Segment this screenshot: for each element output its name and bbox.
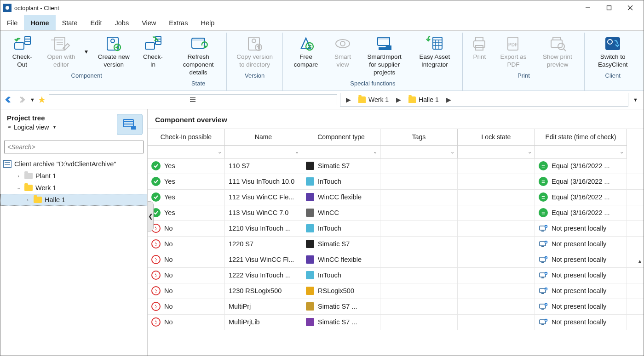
menu-extras[interactable]: Extras [162,15,194,30]
column-header[interactable]: Edit state (time of check) [535,129,627,146]
column-filter[interactable]: ⌄ [302,146,380,158]
table-row[interactable]: No1220 S7Simatic S7Not present locally [148,237,644,252]
column-filter[interactable]: ⌄ [535,146,627,158]
component-type-icon [306,271,314,279]
svg-rect-6 [15,43,24,49]
column-filter[interactable]: ⌄ [148,146,225,158]
svg-rect-60 [541,231,544,232]
svg-point-78 [155,307,156,308]
ribbon-refresh[interactable]: Refresh component details [173,33,224,78]
column-header[interactable]: Name [225,129,302,146]
ribbon-check-out[interactable]: Check-Out [6,33,38,70]
breadcrumb-overflow[interactable]: ▼ [631,97,640,102]
breadcrumb-home[interactable]: ▶ [342,96,355,103]
view-mode-dropdown[interactable]: ▾ [53,124,56,130]
cell-value: 110 S7 [229,162,250,170]
svg-rect-84 [541,324,544,325]
ribbon-easy-asset[interactable]: Easy Asset Integrator [409,33,460,70]
favorite-icon[interactable]: ★ [38,94,46,105]
cell-value: Not present locally [552,271,606,279]
column-header[interactable]: Lock state [458,129,535,146]
ribbon-free-compare[interactable]: Free compare [286,33,326,70]
table-row[interactable]: Yes112 Visu WinCC Fle...WinCC flexible=E… [148,190,644,205]
menu-state[interactable]: State [56,15,84,30]
column-header[interactable]: Tags [380,129,458,146]
minimize-button[interactable] [577,0,598,15]
column-filter[interactable]: ⌄ [458,146,535,158]
menu-file[interactable]: File [0,15,24,30]
table-row[interactable]: NoMultiPrjLibSimatic S7 ...Not present l… [148,315,644,330]
column-filter[interactable]: ⌄ [225,146,302,158]
svg-point-74 [155,292,156,293]
nav-back-button[interactable] [4,95,14,105]
expand-icon[interactable]: › [24,197,31,203]
archive-icon [3,160,12,168]
svg-point-62 [155,245,156,246]
collapse-handle[interactable]: ❮ [148,201,154,232]
chevron-right-icon: ▶ [396,96,401,103]
grid-header: Check-In possibleNameComponent typeTagsL… [148,129,644,146]
nav-forward-button[interactable] [17,95,27,105]
smartimport-icon [374,34,395,53]
tree-label: Client archive "D:\vdClientArchive" [14,160,116,168]
component-type-icon [306,240,314,248]
menu-home[interactable]: Home [24,15,55,30]
table-row[interactable]: No1222 Visu InTouch ...InTouchNot presen… [148,268,644,283]
check-no-icon [151,255,161,264]
table-row[interactable]: Yes113 Visu WinCC 7.0WinCC=Equal (3/16/2… [148,205,644,221]
ribbon-smartimport[interactable]: SmartImport for supplier projects [359,33,409,78]
table-row[interactable]: Yes111 Visu InTouch 10.0InTouch=Equal (3… [148,174,644,190]
breadcrumb-root-button[interactable] [49,94,337,105]
column-header[interactable]: Component type [302,129,380,146]
menu-view[interactable]: View [135,15,162,30]
scroll-up-icon[interactable]: ▲ [637,258,643,265]
folder-icon [24,185,33,191]
maximize-button[interactable] [598,0,620,15]
table-row[interactable]: No1221 Visu WinCC Fl...WinCC flexibleNot… [148,252,644,268]
nav-dropdown[interactable]: ▼ [30,97,35,102]
tree-node[interactable]: ⌄Werk 1 [0,182,147,194]
svg-rect-72 [541,277,544,278]
ribbon-button-label: Create new version [92,53,135,69]
table-row[interactable]: NoMultiPrjSimatic S7 ...Not present loca… [148,299,644,315]
tree-node[interactable]: ›Plant 1 [0,170,147,182]
search-input[interactable] [4,141,144,153]
ribbon-switch-easyclient[interactable]: Switch to EasyClient [587,33,638,70]
check-no-icon [151,239,161,249]
cell-value: Yes [164,178,175,185]
grid-body[interactable]: Yes110 S7Simatic S7=Equal (3/16/2022 ...… [148,158,644,356]
tree-node[interactable]: ›Halle 1 [0,194,147,206]
table-row[interactable]: No1230 RSLogix500RSLogix500Not present l… [148,283,644,299]
menu-help[interactable]: Help [194,15,221,30]
expand-icon[interactable]: › [15,173,22,179]
ribbon-dropdown[interactable]: ▾ [85,48,88,55]
ribbon-export-pdf: PDFExport as PDF [493,33,533,70]
collapse-icon[interactable]: ⌄ [15,185,22,191]
ribbon-create-new-version[interactable]: Create new version [89,33,139,70]
component-grid: Check-In possibleNameComponent typeTagsL… [148,129,644,356]
table-row[interactable]: Yes110 S7Simatic S7=Equal (3/16/2022 ... [148,158,644,174]
free-compare-icon [296,34,316,53]
cell-value: 113 Visu WinCC 7.0 [229,209,288,216]
titlebar: octoplant - Client [0,0,644,15]
svg-rect-7 [25,36,30,45]
project-tree[interactable]: Client archive "D:\vdClientArchive"›Plan… [0,156,147,356]
svg-point-1 [6,6,9,10]
close-button[interactable] [620,0,641,15]
print-icon [469,34,489,53]
check-no-icon [151,317,161,327]
column-filter[interactable]: ⌄ [380,146,458,158]
cell-value: Yes [164,162,175,170]
column-header[interactable]: Check-In possible [148,129,225,146]
menu-edit[interactable]: Edit [84,15,109,30]
ribbon-check-in[interactable]: Check-In [139,33,167,70]
tree-root[interactable]: Client archive "D:\vdClientArchive" [0,158,147,170]
table-row[interactable]: No1210 Visu InTouch ...InTouchNot presen… [148,221,644,237]
breadcrumb-item-halle1[interactable]: Halle 1 [405,96,443,103]
cell-value: Not present locally [552,225,606,232]
breadcrumb[interactable]: ▶ Werk 1 ▶ Halle 1 ▶ [340,93,628,107]
ribbon-button-label: Check-Out [10,53,34,69]
menu-jobs[interactable]: Jobs [109,15,136,30]
breadcrumb-item-werk1[interactable]: Werk 1 [355,96,392,103]
view-toggle-button[interactable] [117,114,143,135]
